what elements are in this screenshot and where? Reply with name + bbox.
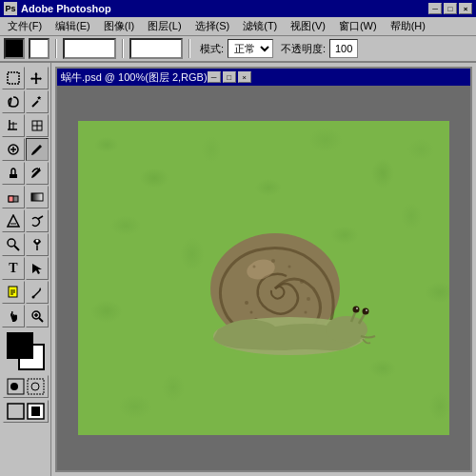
eraser-tool[interactable] bbox=[2, 186, 25, 208]
doc-maximize-button[interactable]: □ bbox=[223, 71, 236, 83]
app-icon: Ps bbox=[4, 2, 17, 15]
dodge-tool[interactable] bbox=[2, 233, 25, 256]
document-title-bar: 蜗牛.psd @ 100%(图层 2,RGB) ─ □ × bbox=[57, 69, 470, 86]
zoom-icon bbox=[30, 309, 44, 323]
brush-icon bbox=[30, 143, 44, 156]
canvas[interactable] bbox=[78, 121, 449, 435]
eraser-icon bbox=[7, 190, 20, 204]
close-button[interactable]: × bbox=[459, 3, 472, 14]
snail-image bbox=[180, 217, 389, 369]
magic-wand-tool[interactable] bbox=[26, 90, 49, 113]
tool-row-9: T bbox=[2, 257, 49, 280]
menu-window[interactable]: 窗口(W) bbox=[333, 17, 383, 35]
tool-row-6 bbox=[2, 186, 49, 208]
eyedropper-tool[interactable] bbox=[26, 281, 49, 304]
svg-rect-0 bbox=[8, 72, 19, 84]
heal-icon bbox=[7, 143, 20, 156]
options-bar: 模式: 正常 不透明度: bbox=[0, 36, 476, 63]
type-tool[interactable]: T bbox=[2, 257, 25, 280]
opacity-input[interactable] bbox=[329, 39, 358, 58]
minimize-button[interactable]: ─ bbox=[428, 3, 442, 14]
smudge-tool[interactable] bbox=[26, 209, 49, 232]
menu-view[interactable]: 视图(V) bbox=[285, 17, 331, 35]
toolbar: T bbox=[0, 63, 51, 476]
tool-row-extra1 bbox=[3, 375, 49, 398]
menu-edit[interactable]: 编辑(E) bbox=[50, 17, 96, 35]
hand-tool[interactable] bbox=[2, 305, 25, 327]
history-brush-tool[interactable] bbox=[26, 162, 49, 185]
tool-row-11 bbox=[2, 305, 49, 327]
sharpen-tool[interactable] bbox=[2, 209, 25, 232]
svg-line-22 bbox=[38, 216, 43, 219]
svg-point-26 bbox=[36, 240, 39, 243]
slice-tool[interactable] bbox=[26, 114, 49, 137]
svg-rect-40 bbox=[28, 379, 44, 394]
svg-point-39 bbox=[10, 383, 18, 390]
marquee-icon bbox=[7, 71, 20, 85]
document-window-controls: ─ □ × bbox=[208, 71, 251, 83]
tool-row-extra2 bbox=[3, 400, 49, 423]
menu-image[interactable]: 图像(I) bbox=[98, 17, 140, 35]
tool-row-4 bbox=[2, 138, 49, 161]
zoom-tool[interactable] bbox=[26, 305, 49, 327]
menu-filter[interactable]: 滤镜(T) bbox=[237, 17, 283, 35]
svg-marker-1 bbox=[30, 72, 42, 85]
stamp-tool[interactable] bbox=[2, 162, 25, 185]
tool-preset[interactable] bbox=[63, 38, 116, 59]
screen-mode-icon bbox=[7, 403, 45, 420]
path-selection-icon bbox=[30, 262, 44, 275]
svg-point-64 bbox=[363, 308, 369, 315]
foreground-swatch-options bbox=[4, 38, 25, 59]
app-title: Adobe Photoshop bbox=[21, 3, 428, 14]
foreground-color-swatch[interactable] bbox=[7, 332, 33, 359]
pen-tool[interactable] bbox=[26, 233, 49, 256]
lasso-tool[interactable] bbox=[2, 90, 25, 113]
dodge-icon bbox=[7, 238, 20, 251]
magic-wand-icon bbox=[30, 95, 44, 109]
menu-select[interactable]: 选择(S) bbox=[189, 17, 236, 35]
notes-tool[interactable] bbox=[2, 281, 25, 304]
tool-row-10 bbox=[2, 281, 49, 304]
svg-point-41 bbox=[31, 383, 39, 390]
snail-svg bbox=[180, 217, 389, 369]
sharpen-icon bbox=[7, 214, 20, 228]
tool-row-7 bbox=[2, 209, 49, 232]
gradient-tool[interactable] bbox=[26, 186, 49, 208]
svg-point-63 bbox=[353, 307, 360, 313]
quick-mask-tool[interactable] bbox=[3, 375, 49, 398]
mode-select[interactable]: 正常 bbox=[228, 39, 273, 58]
svg-point-53 bbox=[305, 311, 307, 314]
svg-point-55 bbox=[300, 280, 304, 284]
window-controls: ─ □ × bbox=[428, 3, 472, 14]
maximize-button[interactable]: □ bbox=[444, 3, 457, 14]
svg-point-54 bbox=[307, 297, 310, 301]
move-icon bbox=[30, 71, 44, 85]
path-selection-tool[interactable] bbox=[26, 257, 49, 280]
svg-marker-27 bbox=[32, 264, 42, 274]
move-tool[interactable] bbox=[26, 67, 49, 89]
screen-mode-tool[interactable] bbox=[3, 400, 49, 423]
extra-tools bbox=[3, 375, 49, 423]
brush-preset[interactable] bbox=[129, 38, 183, 59]
marquee-tool[interactable] bbox=[2, 67, 25, 89]
slice-icon bbox=[30, 119, 44, 132]
svg-rect-42 bbox=[8, 404, 24, 419]
doc-close-button[interactable]: × bbox=[238, 71, 251, 83]
tool-row-8 bbox=[2, 233, 49, 256]
eyedropper-icon bbox=[30, 286, 44, 299]
menu-layer[interactable]: 图层(L) bbox=[142, 17, 187, 35]
heal-tool[interactable] bbox=[2, 138, 25, 161]
document-title: 蜗牛.psd @ 100%(图层 2,RGB) bbox=[61, 70, 208, 85]
menu-file[interactable]: 文件(F) bbox=[2, 17, 48, 35]
menu-help[interactable]: 帮助(H) bbox=[385, 17, 431, 35]
crop-tool[interactable] bbox=[2, 114, 25, 137]
svg-point-65 bbox=[356, 307, 358, 309]
svg-rect-19 bbox=[31, 193, 43, 201]
mode-label: 模式: bbox=[200, 42, 224, 56]
doc-minimize-button[interactable]: ─ bbox=[208, 71, 221, 83]
svg-marker-4 bbox=[37, 96, 41, 100]
lasso-icon bbox=[7, 95, 20, 109]
separator-3 bbox=[188, 39, 190, 58]
brush-tool[interactable] bbox=[26, 138, 49, 161]
document-window: 蜗牛.psd @ 100%(图层 2,RGB) ─ □ × bbox=[55, 67, 472, 472]
